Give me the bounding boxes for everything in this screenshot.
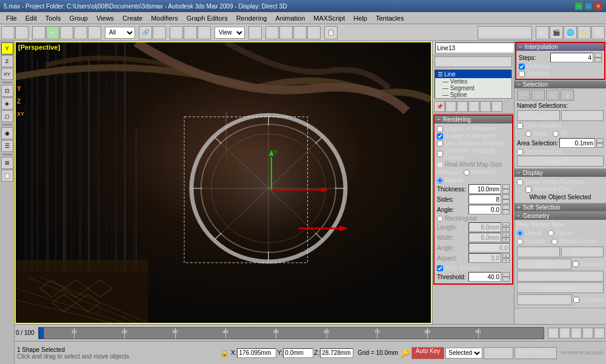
unlink-button[interactable]: ⛓	[153, 26, 166, 39]
adaptive-check[interactable]	[519, 71, 525, 77]
modifier-vertex[interactable]: — Vertex	[435, 78, 511, 85]
array-button[interactable]: ⊡	[184, 26, 197, 39]
paint-select-button[interactable]: ◈	[1, 98, 13, 110]
interpolation-header[interactable]: − Interpolation	[516, 43, 604, 51]
menu-group[interactable]: Group	[65, 13, 92, 23]
rendering-rollout-header[interactable]: − Rendering	[435, 116, 512, 124]
bezier-radio[interactable]	[548, 230, 554, 236]
mod-move-down-button[interactable]: ↓	[480, 101, 491, 112]
area-down[interactable]: ▼	[596, 143, 604, 148]
auto-smooth-check[interactable]	[437, 265, 443, 271]
break-button[interactable]: Break	[561, 247, 604, 257]
area-up[interactable]: ▲	[596, 138, 604, 143]
modifier-list-dropdown[interactable]: Modifier List ▼	[435, 56, 512, 67]
select-region-button[interactable]: ◈	[46, 26, 59, 39]
environment-button[interactable]: 🌐	[564, 26, 577, 39]
attach-button[interactable]: Attach	[517, 259, 571, 270]
menu-graph-editors[interactable]: Graph Editors	[183, 13, 231, 23]
angle-input[interactable]	[468, 205, 501, 214]
pivot-button[interactable]: ⊕	[248, 26, 262, 39]
timeline-track[interactable]: 10 20 30 40 50 60 70	[38, 327, 544, 339]
render-scene-button[interactable]: 🎬	[550, 26, 563, 39]
effects-button[interactable]: ✨	[578, 26, 591, 39]
modifier-line[interactable]: ☰ Line	[435, 70, 511, 78]
attach-mult-button[interactable]: Attach Mult.	[517, 271, 604, 282]
axis-xy-label[interactable]: XY	[16, 110, 25, 117]
object-name-input[interactable]	[435, 42, 514, 53]
connect-check[interactable]	[573, 297, 579, 303]
menu-tools[interactable]: Tools	[42, 13, 65, 23]
axis-z-label[interactable]: Z	[16, 98, 25, 105]
threshold-spinner[interactable]: ▲ ▼	[502, 272, 510, 282]
modifier-segment[interactable]: — Segment	[435, 85, 511, 91]
set-key-button[interactable]: Set Key	[484, 347, 513, 359]
angle-down[interactable]: ▼	[502, 210, 510, 214]
radial-radio[interactable]	[437, 177, 443, 184]
threshold-up[interactable]: ▲	[502, 272, 510, 277]
geometry-header[interactable]: − Geometry	[514, 212, 606, 220]
sides-down[interactable]: ▼	[502, 199, 510, 204]
sides-spinner[interactable]: ▲ ▼	[502, 194, 510, 204]
cross-section-button[interactable]: Cross Section	[517, 282, 604, 293]
length-input[interactable]	[468, 222, 501, 232]
minimize-button[interactable]: −	[574, 2, 583, 10]
move-button[interactable]: ✛	[60, 26, 73, 39]
spinner-snap-button[interactable]: ↕	[307, 26, 321, 39]
segment-end-check[interactable]	[517, 149, 523, 155]
length-up[interactable]: ▲	[502, 222, 510, 227]
layers-button[interactable]: 📋	[1, 170, 13, 182]
rect-angle-input[interactable]	[468, 243, 510, 253]
select-by-button[interactable]: Select By...	[517, 156, 604, 167]
axis-z-button[interactable]: Z	[1, 55, 13, 67]
length-down[interactable]: ▼	[502, 227, 510, 232]
mod-move-up-button[interactable]: ↑	[468, 101, 479, 112]
mod-delete-button[interactable]: 🗑	[457, 101, 468, 112]
isolate-button[interactable]: ◉	[1, 127, 13, 139]
bezier-button[interactable]: ∨	[561, 90, 574, 101]
mod-pin-button[interactable]: 📌	[434, 101, 445, 112]
menu-create[interactable]: Create	[119, 13, 146, 23]
viewport-radio[interactable]	[464, 170, 470, 176]
real-world-check[interactable]	[437, 162, 443, 168]
steps-up[interactable]: ▲	[594, 53, 602, 58]
prev-frame-button[interactable]: ◀	[559, 328, 570, 339]
render-button[interactable]: ▶	[536, 26, 549, 39]
refine-button[interactable]: Refine	[517, 294, 572, 305]
render-to-texture-button[interactable]: 🖼	[591, 26, 605, 39]
go-end-button[interactable]: ⏭	[594, 328, 605, 339]
go-start-button[interactable]: ⏮	[548, 328, 559, 339]
soft-selection-header[interactable]: + Soft Selection	[514, 204, 606, 211]
next-frame-button[interactable]: ▶	[582, 328, 593, 339]
maximize-button[interactable]: □	[584, 2, 593, 10]
bezier-corner-radio[interactable]	[551, 239, 558, 245]
undo-button[interactable]: ↩	[1, 26, 15, 39]
redo-button[interactable]: ↪	[15, 26, 28, 39]
enable-viewport-check[interactable]	[437, 133, 443, 139]
width-input[interactable]	[468, 233, 501, 242]
rotate-button[interactable]: ↻	[74, 26, 87, 39]
angle-spinner[interactable]: ▲ ▼	[502, 205, 510, 214]
z-coord-input[interactable]	[320, 348, 353, 358]
area-selection-spinner[interactable]: ▲ ▼	[596, 138, 604, 148]
thickness-down[interactable]: ▼	[502, 189, 510, 194]
sides-up[interactable]: ▲	[502, 194, 510, 199]
menu-animation[interactable]: Animation	[271, 13, 308, 23]
aspect-down[interactable]: ▼	[502, 258, 510, 263]
thickness-input[interactable]	[468, 184, 501, 194]
enable-renderer-check[interactable]	[437, 126, 443, 132]
aspect-input[interactable]	[468, 253, 501, 263]
optimize-check[interactable]	[519, 64, 525, 70]
steps-spinner[interactable]: ▲ ▼	[594, 53, 602, 62]
area-selection-input[interactable]	[559, 138, 595, 148]
auto-key-select[interactable]: Selected	[445, 348, 482, 359]
copy-button[interactable]: Copy	[517, 110, 560, 121]
key-filters-button[interactable]: Key Filters...	[514, 347, 557, 359]
select-tool-button[interactable]: ⊡	[1, 85, 13, 97]
axis-y-button[interactable]: Y	[1, 42, 13, 55]
mirror-button[interactable]: ⊞	[170, 26, 183, 39]
menu-maxscript[interactable]: MAXScript	[310, 13, 348, 23]
lock-icon[interactable]: 🔒	[220, 349, 229, 357]
selection-set-button[interactable]: Create Selection Set	[478, 26, 532, 39]
filter-select[interactable]: All	[105, 27, 135, 39]
width-spinner[interactable]: ▲ ▼	[502, 233, 510, 242]
